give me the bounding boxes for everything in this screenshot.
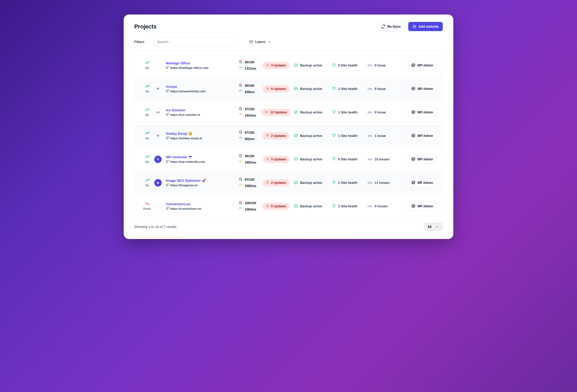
svg-point-15 <box>294 157 297 160</box>
pagespeed-score: 96/100 <box>245 60 254 64</box>
site-name-link[interactable]: Convictions.eu <box>166 202 201 206</box>
external-link-icon <box>166 66 169 69</box>
resync-button[interactable]: Re-Sync <box>377 22 405 31</box>
wp-admin-button[interactable]: WP Admin <box>408 178 437 187</box>
wp-admin-button[interactable]: WP Admin <box>408 108 437 117</box>
trend-up-icon <box>145 85 149 89</box>
updates-pill[interactable]: 2 Updates <box>262 179 290 187</box>
backup-cell: Backup active <box>294 157 332 162</box>
admin-cell: WP Admin <box>408 61 437 70</box>
sort-label: Latest <box>255 40 265 44</box>
updates-pill[interactable]: 5 Updates <box>262 203 290 210</box>
php-icon: php <box>368 87 372 90</box>
wp-admin-button[interactable]: WP Admin <box>408 131 437 140</box>
issues-count: 0 Issue <box>374 64 386 67</box>
updates-pill[interactable]: 3 Updates <box>262 62 290 69</box>
load-time: 1624ms <box>245 114 256 117</box>
external-link-icon <box>166 160 169 163</box>
filters-label[interactable]: Filters <box>134 40 148 44</box>
site-url-link[interactable]: https://convictions.eu <box>166 207 201 210</box>
status-label: Up <box>145 113 149 116</box>
health-cell: 0 Site health <box>332 157 368 161</box>
status-indicator: Up <box>140 179 154 187</box>
svg-point-6 <box>294 87 297 90</box>
wp-admin-label: WP Admin <box>417 87 433 91</box>
site-name-link[interactable]: WP Umbrella ☂️ <box>166 155 205 159</box>
updates-pill[interactable]: 9 Updates <box>262 85 290 93</box>
updates-cell: 9 Updates <box>258 85 294 93</box>
project-row[interactable]: Down ← Convictions.eu https://conviction… <box>134 196 443 217</box>
updates-cell: 5 Updates <box>258 156 294 163</box>
pagespeed-metrics: 96/100 1312ms <box>233 60 258 71</box>
google-icon <box>239 83 242 88</box>
backup-status: Backup active <box>300 204 322 208</box>
speedometer-icon <box>239 113 242 118</box>
pagespeed-score: 99/100 <box>245 84 254 88</box>
add-website-button[interactable]: Add website <box>408 22 443 31</box>
updates-pill[interactable]: 5 Updates <box>262 156 290 163</box>
site-avatar: b <box>154 155 162 163</box>
wp-admin-button[interactable]: WP Admin <box>408 155 437 164</box>
wordpress-icon <box>411 63 415 68</box>
project-row[interactable]: Up ICE Ice Solution https://ice-solution… <box>134 102 443 123</box>
status-indicator: Up <box>140 132 154 140</box>
site-url-link[interactable]: https://airwaxfreefly.com <box>166 89 206 93</box>
site-url-link[interactable]: https://imageseo.io <box>166 183 206 187</box>
site-name-link[interactable]: Smiley Emoji 😊 <box>166 132 202 136</box>
issues-cell: php 1 Issue <box>368 134 398 138</box>
site-info: Maillage Office https://maillage-office.… <box>154 61 233 69</box>
updates-pill[interactable]: 12 Updates <box>261 109 290 116</box>
wp-admin-button[interactable]: WP Admin <box>408 202 437 211</box>
admin-cell: WP Admin <box>408 155 437 164</box>
updates-pill[interactable]: 2 Updates <box>262 132 290 140</box>
site-name-link[interactable]: Airwax <box>166 85 206 89</box>
pagesize-select[interactable]: 10 <box>424 222 443 231</box>
status-label: Up <box>145 137 149 140</box>
wp-admin-button[interactable]: WP Admin <box>408 61 437 70</box>
site-url-link[interactable]: https://maillage-office.com <box>166 66 209 69</box>
backup-status: Backup active <box>300 111 322 114</box>
site-avatar <box>154 61 162 69</box>
project-row[interactable]: Up W Smiley Emoji 😊 https://smiley-emoji… <box>134 125 443 146</box>
speedometer-icon <box>239 90 242 94</box>
status-label: Up <box>145 184 149 187</box>
site-url-link[interactable]: https://wp-umbrella.com <box>166 160 205 163</box>
wp-admin-button[interactable]: WP Admin <box>408 84 437 93</box>
trend-down-icon <box>145 202 149 206</box>
updates-cell: 5 Updates <box>258 203 294 210</box>
svg-point-14 <box>267 158 268 159</box>
site-avatar: ← <box>154 202 162 210</box>
site-name-link[interactable]: Image SEO Optimizer 🚀 <box>166 179 206 183</box>
site-info: W Airwax https://airwaxfreefly.com <box>154 85 233 93</box>
backup-cell: Backup active <box>294 87 332 91</box>
site-info: W Smiley Emoji 😊 https://smiley-emoji.io <box>154 132 233 140</box>
site-url-link[interactable]: https://ice-solution.fr <box>166 113 200 116</box>
sort-dropdown[interactable]: Latest <box>246 37 275 46</box>
search-input[interactable] <box>153 37 238 47</box>
site-name-link[interactable]: Ice Solution <box>166 108 200 112</box>
site-info: ← Convictions.eu https://convictions.eu <box>154 202 233 210</box>
site-name-link[interactable]: Maillage Office <box>166 61 209 65</box>
project-row[interactable]: Up Maillage Office https://maillage-offi… <box>134 55 443 76</box>
speedometer-icon <box>239 137 242 141</box>
gear-icon <box>266 63 269 68</box>
svg-rect-1 <box>250 41 253 43</box>
list-footer: Showing 1 to 10 of 7 results 10 <box>134 222 443 231</box>
heart-icon <box>332 110 336 114</box>
site-url-text: https://ice-solution.fr <box>170 113 200 116</box>
heart-icon <box>332 157 336 161</box>
issues-count: 0 Issue <box>374 87 386 91</box>
project-row[interactable]: Up b WP Umbrella ☂️ https://wp-umbrella.… <box>134 149 443 170</box>
heart-icon <box>332 87 336 91</box>
svg-point-11 <box>267 135 268 136</box>
speedometer-icon <box>239 160 242 165</box>
pagespeed-score: 100/100 <box>245 201 256 205</box>
php-icon: php <box>368 111 372 114</box>
pagespeed-metrics: 97/100 1682ms <box>233 177 258 188</box>
backup-status: Backup active <box>300 64 322 67</box>
gear-icon <box>266 204 269 208</box>
project-row[interactable]: Up W Airwax https://airwaxfreefly.com 99… <box>134 78 443 99</box>
site-url-link[interactable]: https://smiley-emoji.io <box>166 136 202 140</box>
pagespeed-score: 97/100 <box>245 107 254 111</box>
project-row[interactable]: Up ◆ Image SEO Optimizer 🚀 https://image… <box>134 172 443 193</box>
